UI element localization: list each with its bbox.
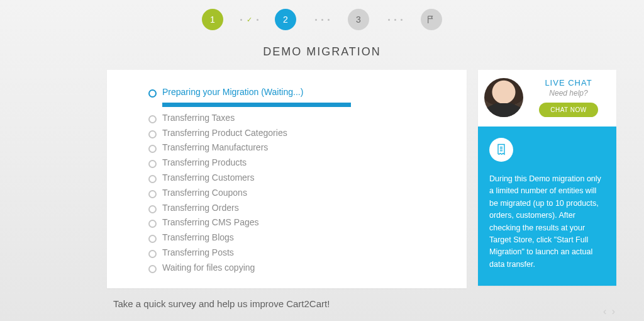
live-chat-card: LIVE CHAT Need help? CHAT NOW: [478, 70, 616, 127]
step-3[interactable]: 3: [348, 9, 369, 30]
demo-info-text: During this Demo migration only a limite…: [489, 173, 605, 271]
live-chat-title: LIVE CHAT: [528, 78, 609, 87]
migration-step: Waiting for files copying: [148, 261, 449, 276]
progress-stepper: 1 ✓ 2 3: [0, 0, 644, 30]
survey-prompt[interactable]: Take a quick survey and help us improve …: [0, 288, 644, 309]
migration-step: Transferring Posts: [148, 245, 449, 261]
migration-step: Transferring Taxes: [148, 111, 449, 126]
migration-step: Transferring Coupons: [148, 186, 449, 201]
migration-progress-bar: [162, 103, 351, 107]
migration-step: Transferring Orders: [148, 201, 449, 216]
migration-step: Transferring Manufacturers: [148, 140, 449, 155]
migration-step: Transferring Customers: [148, 171, 449, 186]
carousel-prev-icon[interactable]: ‹: [603, 306, 608, 317]
migration-step: Preparing your Migration (Waiting...): [148, 85, 449, 100]
migration-step: Transferring CMS Pages: [148, 215, 449, 230]
live-chat-subtitle: Need help?: [528, 89, 609, 98]
chat-now-button[interactable]: CHAT NOW: [539, 103, 598, 117]
migration-steps-list: Preparing your Migration (Waiting...)Tra…: [148, 85, 449, 276]
flag-icon: [426, 14, 436, 25]
migration-step: Transferring Products: [148, 155, 449, 171]
info-carousel-nav: ‹ ›: [603, 306, 616, 317]
demo-info-card: During this Demo migration only a limite…: [478, 127, 616, 286]
step-connector: [383, 19, 407, 21]
step-connector: [310, 19, 334, 21]
page-title: DEMO MIGRATION: [0, 45, 644, 59]
step-connector: ✓: [237, 16, 261, 24]
avatar: [484, 78, 523, 117]
step-1[interactable]: 1: [202, 9, 223, 30]
migration-progress-card: Preparing your Migration (Waiting...)Tra…: [107, 70, 467, 288]
carousel-next-icon[interactable]: ›: [612, 306, 616, 317]
checkmark-icon: ✓: [247, 16, 252, 24]
step-finish[interactable]: [421, 9, 442, 30]
migration-step: Transferring Product Categories: [148, 126, 449, 141]
receipt-icon: [489, 138, 513, 162]
step-2[interactable]: 2: [275, 9, 296, 30]
migration-step: Transferring Blogs: [148, 230, 449, 245]
